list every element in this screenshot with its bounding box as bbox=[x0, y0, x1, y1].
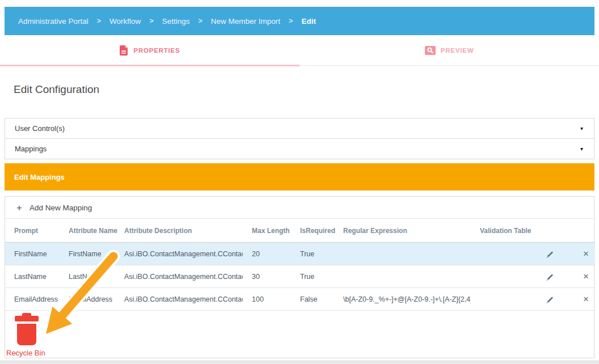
cell-is-required: True bbox=[291, 265, 334, 288]
cell-prompt: EmailAddress bbox=[5, 288, 60, 311]
edit-icon[interactable] bbox=[543, 270, 556, 283]
chevron-right-icon: > bbox=[198, 17, 202, 25]
accordion-user-controls[interactable]: User Control(s) ▾ bbox=[5, 118, 594, 139]
edit-icon[interactable] bbox=[543, 248, 556, 260]
col-header-regular-expression: Regular Expression bbox=[334, 219, 471, 243]
delete-icon[interactable]: × bbox=[580, 293, 592, 306]
breadcrumb-current-edit: Edit bbox=[301, 17, 316, 26]
accordion-mappings[interactable]: Mappings ▾ bbox=[5, 138, 594, 159]
breadcrumb-item-workflow[interactable]: Workflow bbox=[109, 17, 141, 26]
document-icon bbox=[119, 45, 128, 56]
delete-icon[interactable]: × bbox=[580, 248, 592, 260]
plus-icon: + bbox=[16, 203, 22, 213]
cell-attribute-name: FirstName bbox=[60, 243, 115, 265]
cell-max-length: 100 bbox=[243, 288, 291, 311]
cell-regular-expression bbox=[334, 265, 471, 288]
tab-properties[interactable]: PROPERTIES bbox=[0, 36, 300, 65]
cell-attribute-name: LastName bbox=[60, 265, 115, 288]
breadcrumb-item-administrative-portal[interactable]: Administrative Portal bbox=[18, 17, 88, 26]
col-header-attribute-description: Attribute Description bbox=[115, 219, 243, 243]
trash-icon bbox=[15, 313, 39, 346]
accordion-user-controls-label: User Control(s) bbox=[15, 124, 65, 133]
edit-icon[interactable] bbox=[543, 293, 556, 306]
tab-preview-label: PREVIEW bbox=[441, 47, 474, 54]
table-row: LastName LastName Asi.iBO.ContactManagem… bbox=[5, 265, 595, 288]
caret-down-icon: ▾ bbox=[580, 146, 583, 152]
col-header-max-length: Max Length bbox=[243, 219, 291, 243]
mappings-panel: + Add New Mapping Prompt Attribute Name … bbox=[5, 196, 594, 358]
col-header-isrequired: IsRequired bbox=[291, 219, 334, 243]
col-header-actions bbox=[533, 219, 595, 243]
recycle-bin-label: Recycle Bin bbox=[6, 349, 45, 357]
breadcrumb: Administrative Portal > Workflow > Setti… bbox=[5, 7, 594, 35]
table-row: FirstName FirstName Asi.iBO.ContactManag… bbox=[5, 243, 595, 265]
cell-attribute-description: Asi.iBO.ContactManagement.CContact bbox=[115, 288, 243, 311]
page-title: Edit Configuration bbox=[14, 83, 99, 96]
cell-regular-expression bbox=[334, 243, 471, 265]
tab-bar: PROPERTIES PREVIEW bbox=[0, 36, 599, 66]
cell-regular-expression: \b[A-Z0-9._%+-]+@[A-Z0-9.-]+\.[A-Z]{2,4}… bbox=[334, 288, 471, 311]
recycle-bin-button[interactable] bbox=[15, 313, 39, 348]
cell-attribute-description: Asi.iBO.ContactManagement.CContact bbox=[115, 243, 243, 265]
edit-mappings-banner-label: Edit Mappings bbox=[14, 173, 65, 181]
col-header-validation-table: Validation Table bbox=[471, 219, 533, 243]
cell-max-length: 30 bbox=[243, 265, 291, 288]
mappings-table: Prompt Attribute Name Attribute Descript… bbox=[5, 219, 595, 311]
cell-validation-table bbox=[471, 243, 533, 265]
cell-validation-table bbox=[471, 265, 533, 288]
magnifier-icon bbox=[425, 46, 436, 55]
col-header-attribute-name: Attribute Name bbox=[60, 219, 115, 243]
cell-prompt: LastName bbox=[5, 265, 60, 288]
cell-is-required: False bbox=[291, 288, 334, 311]
cell-attribute-description: Asi.iBO.ContactManagement.CContact bbox=[115, 265, 243, 288]
accordion-mappings-label: Mappings bbox=[15, 145, 47, 153]
breadcrumb-item-settings[interactable]: Settings bbox=[162, 17, 190, 26]
cell-attribute-name: EmailAddress bbox=[60, 288, 115, 311]
tab-properties-label: PROPERTIES bbox=[133, 47, 180, 54]
cell-prompt: FirstName bbox=[5, 243, 60, 265]
edit-mappings-banner: Edit Mappings bbox=[5, 163, 594, 191]
add-new-mapping-label: Add New Mapping bbox=[29, 204, 92, 212]
table-header-row: Prompt Attribute Name Attribute Descript… bbox=[5, 219, 595, 243]
cell-validation-table bbox=[471, 288, 533, 311]
delete-icon[interactable]: × bbox=[580, 270, 592, 283]
caret-down-icon: ▾ bbox=[580, 125, 583, 132]
cell-is-required: True bbox=[291, 243, 334, 265]
table-row: EmailAddress EmailAddress Asi.iBO.Contac… bbox=[5, 288, 595, 311]
breadcrumb-item-new-member-import[interactable]: New Member Import bbox=[211, 17, 280, 26]
chevron-right-icon: > bbox=[97, 17, 101, 25]
cell-max-length: 20 bbox=[243, 243, 291, 265]
col-header-prompt: Prompt bbox=[5, 219, 60, 243]
add-new-mapping-button[interactable]: + Add New Mapping bbox=[5, 197, 594, 219]
chevron-right-icon: > bbox=[149, 17, 153, 25]
chevron-right-icon: > bbox=[289, 17, 293, 25]
page-bottom-strip bbox=[0, 361, 599, 364]
tab-preview[interactable]: PREVIEW bbox=[300, 36, 599, 65]
